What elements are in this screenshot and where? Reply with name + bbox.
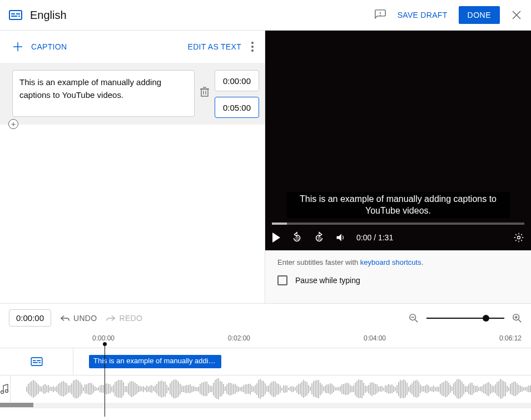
zoom-out-icon[interactable]: [409, 313, 419, 323]
captions-icon: [9, 10, 22, 20]
feedback-icon[interactable]: [374, 9, 386, 21]
main: CAPTION EDIT AS TEXT + This is an exampl…: [0, 31, 531, 303]
video-player[interactable]: This is an example of manually adding ca…: [265, 31, 531, 250]
caption-block[interactable]: This is an example of manually adding …: [89, 355, 221, 368]
left-toolbar: CAPTION EDIT AS TEXT: [0, 31, 265, 63]
add-caption-below-icon[interactable]: +: [8, 119, 18, 129]
left-pane: CAPTION EDIT AS TEXT +: [0, 31, 265, 303]
volume-icon[interactable]: [335, 232, 346, 243]
tick: 0:00:00: [92, 334, 115, 342]
svg-rect-29: [32, 360, 35, 361]
svg-text:10: 10: [317, 236, 321, 240]
close-icon[interactable]: [511, 9, 522, 21]
timeline-scrollbar[interactable]: [0, 403, 531, 408]
end-time-input[interactable]: [215, 97, 259, 118]
svg-text:10: 10: [295, 236, 299, 240]
svg-line-25: [519, 319, 522, 322]
svg-rect-1: [11, 13, 15, 14]
redo-button[interactable]: REDO: [106, 314, 142, 323]
caption-label: CAPTION: [31, 42, 67, 51]
pause-while-typing-label: Pause while typing: [295, 276, 360, 285]
play-icon[interactable]: [272, 233, 281, 243]
video-controls: 10 10 0:00 / 1:31: [265, 225, 531, 250]
video-time-display: 0:00 / 1:31: [356, 233, 393, 242]
video-caption-overlay: This is an example of manually adding ca…: [286, 192, 510, 218]
timeline: 0:00:00 UNDO REDO 0:00:00 0:02:00 0:04:0…: [0, 303, 531, 408]
forward-10-icon[interactable]: 10: [313, 231, 325, 244]
undo-button[interactable]: UNDO: [60, 314, 97, 323]
add-caption-button[interactable]: CAPTION: [11, 40, 67, 53]
edit-as-text-button[interactable]: EDIT AS TEXT: [188, 42, 241, 51]
audio-track-row: [0, 375, 531, 402]
caption-track-icon: [0, 348, 73, 375]
plus-icon: [11, 40, 24, 53]
time-inputs: [215, 70, 259, 118]
timeline-ruler[interactable]: 0:00:00 0:02:00 0:04:00 0:06:12: [89, 332, 531, 348]
caption-row: +: [0, 63, 265, 125]
timeline-toolbar: 0:00:00 UNDO REDO: [0, 304, 531, 332]
caption-textarea[interactable]: [12, 70, 195, 117]
start-time-input[interactable]: [215, 70, 259, 91]
keyboard-shortcuts-link[interactable]: keyboard shortcuts: [360, 258, 421, 266]
settings-gear-icon[interactable]: [513, 232, 524, 243]
rewind-10-icon[interactable]: 10: [291, 231, 303, 244]
svg-marker-16: [272, 233, 280, 243]
save-draft-button[interactable]: SAVE DRAFT: [398, 11, 448, 19]
caption-track[interactable]: This is an example of manually adding …: [73, 348, 531, 375]
right-pane: This is an example of manually adding ca…: [265, 31, 531, 303]
svg-rect-32: [38, 362, 41, 363]
svg-rect-0: [9, 11, 22, 19]
svg-rect-4: [18, 16, 20, 17]
pause-while-typing-row: Pause while typing: [265, 272, 531, 289]
svg-point-20: [518, 236, 520, 239]
zoom-in-icon[interactable]: [512, 313, 522, 323]
timeline-tracks-wrapper: 0:00:00 0:02:00 0:04:00 0:06:12 This is …: [0, 332, 531, 402]
caption-track-row: This is an example of manually adding …: [0, 348, 531, 375]
audio-waveform[interactable]: [11, 375, 531, 402]
zoom-controls: [409, 313, 522, 323]
svg-rect-2: [16, 13, 20, 14]
svg-point-6: [380, 15, 381, 16]
done-button[interactable]: DONE: [459, 6, 500, 24]
svg-line-22: [415, 319, 418, 322]
tick: 0:02:00: [228, 334, 250, 342]
header: English SAVE DRAFT DONE: [0, 0, 531, 31]
zoom-slider[interactable]: [426, 318, 504, 319]
pause-while-typing-checkbox[interactable]: [277, 275, 287, 285]
svg-rect-11: [201, 89, 208, 96]
playhead[interactable]: [105, 344, 105, 417]
svg-rect-3: [11, 16, 17, 17]
audio-track-icon: [0, 375, 11, 402]
hints-text: Enter subtitles faster with keyboard sho…: [265, 250, 531, 272]
tick: 0:04:00: [364, 334, 386, 342]
svg-rect-30: [37, 360, 41, 361]
svg-marker-19: [337, 234, 341, 241]
delete-caption-icon[interactable]: [200, 87, 209, 97]
timeline-current-time[interactable]: 0:00:00: [9, 309, 51, 327]
svg-rect-31: [32, 362, 37, 363]
svg-rect-28: [31, 358, 42, 365]
tick: 0:06:12: [499, 334, 522, 342]
options-menu-icon[interactable]: [249, 37, 254, 56]
page-title: English: [30, 9, 374, 22]
